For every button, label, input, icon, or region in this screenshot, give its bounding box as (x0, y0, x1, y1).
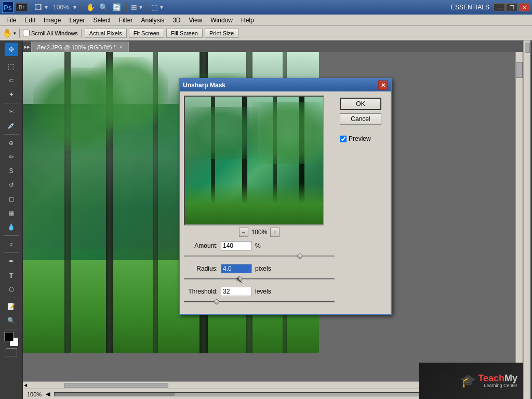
dialog-close-button[interactable]: ✕ (378, 81, 388, 90)
zoom-controls: − 100% + (184, 228, 335, 237)
layout-dropdown[interactable]: ▾ (139, 4, 142, 11)
preview-checkbox[interactable] (340, 136, 347, 142)
wand-tool[interactable]: ✦ (5, 88, 18, 101)
my-text: My (504, 373, 517, 383)
zoom-in-button[interactable]: + (270, 228, 280, 237)
magnify-icon[interactable]: 🔍 (99, 3, 108, 11)
move-tool[interactable]: ✥ (5, 43, 18, 56)
menu-edit[interactable]: Edit (20, 16, 39, 25)
dropdown-arrow[interactable]: ▾ (45, 4, 48, 11)
title-bar: Ps Br 🎞 ▾ 100% ▾ ✋ 🔍 🔄 ⊞ ▾ ⬚ ▾ ESSENTIAL… (0, 0, 532, 15)
status-nav-left[interactable]: ◀ (46, 391, 50, 397)
threshold-slider-thumb[interactable] (214, 299, 219, 304)
marquee-tool[interactable]: ⬚ (5, 60, 18, 73)
threshold-input[interactable] (221, 287, 252, 296)
blur-tool[interactable]: 💧 (5, 220, 18, 234)
fit-screen-button[interactable]: Fit Screen (129, 29, 164, 38)
menu-select[interactable]: Select (89, 16, 114, 25)
ok-button[interactable]: OK (340, 98, 381, 110)
dodge-tool[interactable]: ○ (5, 237, 18, 251)
tool-dropdown-arrow[interactable]: ▾ (14, 31, 16, 36)
screen-mode-icon[interactable] (6, 348, 17, 356)
type-tool[interactable]: T (5, 269, 18, 282)
crop-tool[interactable]: ✂ (5, 105, 18, 118)
status-scrollbar[interactable] (54, 392, 455, 396)
menu-window[interactable]: Window (206, 16, 237, 25)
toolbar-sep2 (4, 103, 19, 103)
learning-center-text: Learning Center (478, 383, 517, 388)
menu-file[interactable]: File (2, 16, 20, 25)
panel-toggle[interactable]: ▶▶ (23, 42, 31, 52)
radius-unit: pixels (255, 265, 271, 272)
hand-tool-icon[interactable]: ✋ (86, 3, 95, 11)
image-tab[interactable]: Лес2.JPG @ 100% (RGB/8#) * ✕ (31, 42, 129, 52)
hand-icon: ✋ (2, 28, 12, 38)
menu-help[interactable]: Help (237, 16, 258, 25)
scroll-left-arrow[interactable]: ◀ (24, 383, 27, 388)
scroll-thumb-v[interactable] (516, 62, 523, 78)
gradient-tool[interactable]: ▦ (5, 206, 18, 220)
screen-mode-btn[interactable] (6, 348, 17, 356)
br-button[interactable]: Br (16, 3, 28, 11)
threshold-slider[interactable] (184, 298, 335, 305)
heal-tool[interactable]: ⊕ (5, 136, 18, 150)
shape-tool[interactable]: ⬡ (5, 283, 18, 296)
amount-slider-thumb[interactable] (297, 254, 302, 259)
close-button[interactable]: ✕ (518, 3, 530, 11)
menu-3d[interactable]: 3D (168, 16, 184, 25)
print-size-button[interactable]: Print Size (205, 29, 238, 38)
scroll-all-windows-text: Scroll All Windows (31, 30, 78, 36)
right-scroll-thumb[interactable] (525, 43, 530, 53)
menu-view[interactable]: View (184, 16, 206, 25)
scroll-all-windows-checkbox[interactable] (23, 30, 30, 36)
menu-layer[interactable]: Layer (65, 16, 89, 25)
stamp-tool[interactable]: S (5, 164, 18, 178)
rotate-icon[interactable]: 🔄 (112, 3, 121, 11)
scroll-all-windows-label[interactable]: Scroll All Windows (23, 30, 78, 36)
amount-label: Amount: (184, 242, 218, 249)
zoom-tool-btn[interactable]: 🔍 (5, 314, 18, 327)
history-brush-tool[interactable]: ↺ (5, 178, 18, 192)
eyedropper-tool[interactable]: 💉 (5, 119, 18, 132)
menu-analysis[interactable]: Analysis (137, 16, 168, 25)
prev-foliage2 (252, 102, 324, 164)
zoom-dropdown[interactable]: ▾ (73, 4, 76, 11)
toolbar-sep5 (4, 252, 19, 253)
status-scroll-thumb[interactable] (55, 393, 175, 396)
prev-foliage1 (185, 107, 258, 159)
minimize-button[interactable]: — (494, 3, 505, 11)
brush-tool[interactable]: ✏ (5, 150, 18, 164)
restore-button[interactable]: ❐ (506, 3, 517, 11)
cancel-button[interactable]: Cancel (340, 113, 381, 125)
preview-forest (185, 97, 323, 224)
radius-slider-thumb[interactable] (237, 276, 242, 282)
zoom-out-button[interactable]: − (239, 228, 248, 237)
eraser-tool[interactable]: ◻ (5, 192, 18, 206)
hand-tool-btn[interactable]: ✋ ▾ (2, 28, 16, 38)
amount-slider-track (184, 256, 335, 257)
screen-mode-icon[interactable]: ⬚ (151, 3, 158, 11)
menu-filter[interactable]: Filter (115, 16, 137, 25)
right-scrollbar-area (523, 41, 530, 399)
fill-screen-button[interactable]: Fill Screen (166, 29, 203, 38)
fg-color-swatch[interactable] (4, 332, 14, 341)
lasso-tool[interactable]: ⊂ (5, 74, 18, 87)
preview-checkbox-row[interactable]: Preview (340, 135, 387, 142)
actual-pixels-button[interactable]: Actual Pixels (85, 29, 127, 38)
tab-close-icon[interactable]: ✕ (119, 44, 123, 50)
radius-input[interactable] (221, 264, 252, 273)
vertical-scrollbar[interactable] (515, 52, 523, 389)
color-swatches[interactable] (4, 332, 19, 347)
path-tool[interactable]: ✒ (5, 255, 18, 268)
filmstrip-icon[interactable]: 🎞 (34, 3, 42, 11)
radius-slider[interactable]: ↖ (184, 275, 335, 283)
preview-image[interactable] (184, 96, 324, 225)
amount-slider[interactable] (184, 252, 335, 260)
notes-tool[interactable]: 📝 (5, 300, 18, 313)
options-sep1 (19, 29, 20, 38)
scroll-thumb-h[interactable] (64, 383, 168, 388)
amount-input[interactable] (221, 241, 252, 250)
amount-row: Amount: % (184, 241, 335, 260)
menu-image[interactable]: Image (39, 16, 65, 25)
layout-icon[interactable]: ⊞ (131, 3, 137, 11)
